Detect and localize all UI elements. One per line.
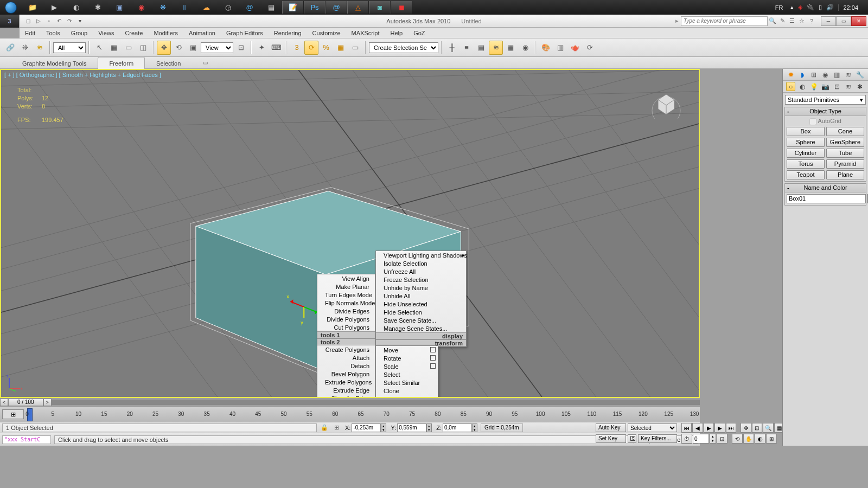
ctx-save-state[interactable]: Save Scene State... xyxy=(376,316,466,324)
scale-icon[interactable]: ▣ xyxy=(186,41,200,55)
nav-icon-7[interactable]: ◐ xyxy=(755,434,765,444)
play-icon[interactable]: ▶ xyxy=(704,423,714,433)
clock[interactable]: 22:04 xyxy=(838,4,863,11)
ctx-detach[interactable]: Detach xyxy=(317,362,375,370)
task-vlc[interactable]: △ xyxy=(347,1,369,14)
create-box[interactable]: Box xyxy=(787,127,825,136)
create-category-combo[interactable]: Standard Primitives▾ xyxy=(785,95,866,105)
selection-filter[interactable]: All xyxy=(53,42,86,53)
slider-left[interactable]: < xyxy=(0,399,8,406)
menu-edit[interactable]: Edit xyxy=(20,28,41,38)
nav-icon-5[interactable]: ⟲ xyxy=(732,434,743,444)
coord-toggle-icon[interactable]: ⊞ xyxy=(332,423,341,432)
task-app-14[interactable]: ◼ xyxy=(391,1,412,14)
menu-maxscript[interactable]: MAXScript xyxy=(346,28,385,38)
select-rect-icon[interactable]: ▭ xyxy=(122,41,136,55)
nav-icon-8[interactable]: ⊞ xyxy=(766,434,777,444)
tray-chevron[interactable]: ▴ xyxy=(790,4,794,11)
minimize-button[interactable]: ─ xyxy=(821,16,836,26)
unlink-icon[interactable]: ❊ xyxy=(18,41,32,55)
task-app-13[interactable]: @ xyxy=(326,1,347,14)
tab-utilities-icon[interactable]: ≋ xyxy=(844,70,853,79)
qat-new-icon[interactable]: ◻ xyxy=(24,17,33,25)
coord-z-spinner[interactable]: ▴▾ xyxy=(472,423,477,432)
goto-end-icon[interactable]: ⏭ xyxy=(726,423,736,433)
rotate-icon[interactable]: ⟲ xyxy=(171,41,186,55)
nav-icon-6[interactable]: ✋ xyxy=(743,434,754,444)
manip-icon[interactable]: ✦ xyxy=(254,41,269,55)
ctx-divide-polys[interactable]: Divide Polygons xyxy=(317,315,375,323)
qat-undo-icon[interactable]: ↶ xyxy=(55,17,63,25)
tab-freeform[interactable]: Freeform xyxy=(98,57,145,69)
schematic-icon[interactable]: ▦ xyxy=(503,41,518,55)
curve-editor-icon[interactable]: ≋ xyxy=(489,41,503,55)
menu-help[interactable]: Help xyxy=(385,28,409,38)
task-app-3[interactable]: ✱ xyxy=(87,1,108,14)
create-tube[interactable]: Tube xyxy=(826,149,864,158)
move-icon[interactable]: ✥ xyxy=(157,41,171,55)
ref-coord[interactable]: View xyxy=(201,42,233,53)
pivot-icon[interactable]: ⊡ xyxy=(234,41,248,55)
task-app-9[interactable]: ◶ xyxy=(217,1,239,14)
ctx-hide-unsel[interactable]: Hide Unselected xyxy=(376,300,466,308)
task-app-8[interactable]: ☁ xyxy=(195,1,217,14)
task-app-10[interactable]: @ xyxy=(239,1,260,14)
qat-save-icon[interactable]: ▫ xyxy=(44,17,53,25)
sub-systems-icon[interactable]: ✱ xyxy=(856,82,865,91)
tray-av-icon[interactable]: ◈ xyxy=(798,4,802,11)
timeline[interactable]: ⊞ 05101520253035404550556065707580859095… xyxy=(0,407,700,422)
select-window-icon[interactable]: ◫ xyxy=(136,41,150,55)
tray-net-icon[interactable]: ▯ xyxy=(819,4,822,11)
ctx-unfreeze[interactable]: Unfreeze All xyxy=(376,267,466,275)
qat-open-icon[interactable]: ▷ xyxy=(34,17,43,25)
menu-customize[interactable]: Customize xyxy=(307,28,346,38)
time-cfg-icon[interactable]: ⊡ xyxy=(717,434,727,444)
ctx-extrude-poly[interactable]: Extrude Polygons xyxy=(317,378,375,386)
sub-geometry-icon[interactable]: ○ xyxy=(786,82,795,91)
help-search-input[interactable] xyxy=(681,16,768,26)
tab-create-icon[interactable]: ✸ xyxy=(786,70,795,79)
create-cylinder[interactable]: Cylinder xyxy=(787,149,825,158)
rollout-header-objtype[interactable]: Object Type xyxy=(785,107,866,116)
tab-graphite[interactable]: Graphite Modeling Tools xyxy=(11,57,98,69)
tab-display-icon[interactable]: ▥ xyxy=(832,70,841,79)
start-button[interactable] xyxy=(0,0,22,15)
ctx-divide-edges[interactable]: Divide Edges xyxy=(317,307,375,315)
menu-graph[interactable]: Graph Editors xyxy=(221,28,269,38)
select-object-icon[interactable]: ↖ xyxy=(92,41,106,55)
sub-cameras-icon[interactable]: 📷 xyxy=(821,82,830,91)
key-filters-button[interactable]: Key Filters... xyxy=(638,434,677,443)
tb-icon-3[interactable]: ☰ xyxy=(787,16,797,26)
create-torus[interactable]: Torus xyxy=(787,159,825,169)
slider-track[interactable] xyxy=(52,400,700,405)
qat-redo-icon[interactable]: ↷ xyxy=(65,17,74,25)
snap-icon-4[interactable]: ▦ xyxy=(334,41,348,55)
maxscript-prompt[interactable]: "xxx StartC xyxy=(2,435,51,444)
create-cone[interactable]: Cone xyxy=(826,127,864,136)
ctx-rotate[interactable]: Rotate xyxy=(376,354,438,362)
snap-icon-5[interactable]: ▭ xyxy=(348,41,362,55)
viewport-label[interactable]: [ + ] [ Orthographic ] [ Smooth + Highli… xyxy=(4,72,161,78)
create-geosphere[interactable]: GeoSphere xyxy=(826,138,864,147)
task-ps[interactable]: Ps xyxy=(304,1,326,14)
set-key-button[interactable]: Set Key xyxy=(596,434,626,443)
menu-animation[interactable]: Animation xyxy=(183,28,221,38)
rollout-header-name[interactable]: Name and Color xyxy=(785,184,866,192)
tab-hierarchy-icon[interactable]: ⊞ xyxy=(809,70,819,79)
time-config-icon[interactable]: ⏱ xyxy=(681,434,692,444)
task-app-1[interactable]: ▶ xyxy=(43,1,65,14)
render-prod-icon[interactable]: ⟳ xyxy=(583,41,597,55)
bind-icon[interactable]: ≋ xyxy=(33,41,47,55)
named-selection[interactable]: Create Selection Se xyxy=(369,42,438,53)
snap-icon-2[interactable]: ⟳ xyxy=(304,41,318,55)
keyboard-icon[interactable]: ⌨ xyxy=(269,41,283,55)
tray-power-icon[interactable]: 🔌 xyxy=(807,4,814,11)
ribbon-toggle-icon[interactable]: ▭ xyxy=(203,60,208,66)
ctx-manage-state[interactable]: Manage Scene States... xyxy=(376,324,466,332)
coord-z-input[interactable] xyxy=(443,423,472,432)
ctx-vp-lighting[interactable]: Viewport Lighting and Shadows xyxy=(376,251,466,259)
task-app-6[interactable]: ❋ xyxy=(152,1,174,14)
sub-shapes-icon[interactable]: ◐ xyxy=(797,82,807,91)
coord-x-spinner[interactable]: ▴▾ xyxy=(381,423,386,432)
ctx-attach[interactable]: Attach xyxy=(317,354,375,362)
